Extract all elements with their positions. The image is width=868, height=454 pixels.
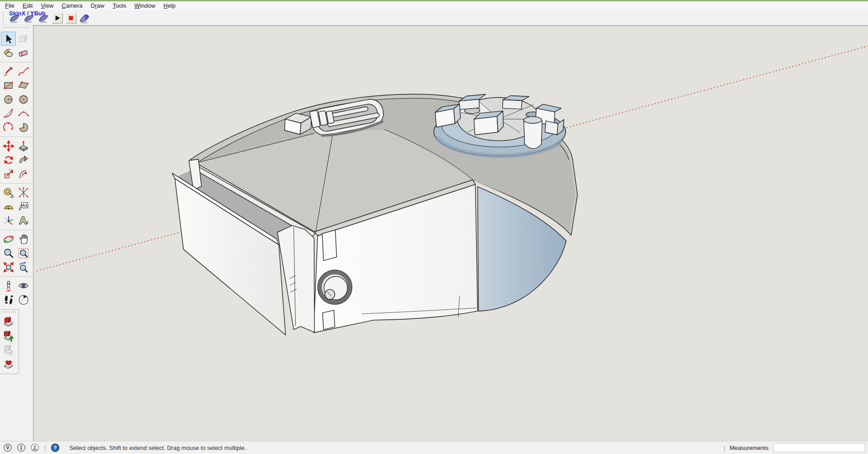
sketchup-window: FileEditViewCameraDrawToolsWindowHelp Sk…	[0, 0, 868, 454]
tool-look-around[interactable]	[16, 279, 31, 293]
measurements-label: Measurements	[730, 445, 769, 451]
tool-follow-me[interactable]	[16, 153, 31, 167]
tool-two-point-arc[interactable]	[16, 106, 31, 120]
tool-tape-measure[interactable]	[1, 185, 16, 199]
model-scene	[33, 26, 868, 441]
skinx-help-button[interactable]: ?	[78, 11, 92, 24]
tool-axes[interactable]	[1, 213, 16, 227]
select-icon	[3, 33, 14, 45]
menu-file[interactable]: File	[1, 2, 19, 9]
tool-make-component[interactable]	[16, 32, 31, 46]
stack-up-icon	[3, 331, 14, 343]
left-toolbar-column: A1	[0, 25, 33, 441]
measurements-divider: |	[724, 445, 725, 451]
component-stack-up-button[interactable]	[1, 330, 16, 344]
menu-tools[interactable]: Tools	[108, 2, 130, 9]
tool-group-4	[0, 230, 33, 275]
tool-circle[interactable]	[1, 92, 16, 106]
tool-pan[interactable]	[16, 232, 31, 246]
account-icon[interactable]	[30, 443, 40, 453]
menu-draw[interactable]: Draw	[87, 2, 108, 9]
tool-push-pull[interactable]	[16, 139, 31, 153]
menu-view[interactable]: View	[37, 2, 57, 9]
tool-paint-bucket[interactable]	[1, 46, 16, 60]
tool-group-1	[0, 62, 33, 135]
credits-icon[interactable]	[16, 443, 26, 453]
tool-move[interactable]	[1, 139, 16, 153]
tool-rotated-rectangle[interactable]	[16, 78, 31, 92]
viewport-3d[interactable]	[33, 25, 868, 441]
follow-me-icon	[18, 154, 29, 166]
three-point-arc-icon	[3, 122, 14, 133]
plugin-panel-drag-handle[interactable]	[3, 312, 16, 315]
rotate-icon	[3, 154, 14, 166]
move-icon	[3, 140, 14, 152]
menu-window[interactable]: Window	[130, 2, 159, 9]
large-tool-set: A1	[0, 25, 33, 307]
tool-section-plane[interactable]	[16, 293, 31, 307]
tool-freehand[interactable]	[16, 64, 31, 78]
freehand-icon	[18, 66, 29, 77]
tool-offset[interactable]	[16, 167, 31, 181]
tool-zoom-extents[interactable]	[1, 260, 16, 274]
tool-rectangle[interactable]	[1, 78, 16, 92]
menu-camera[interactable]: Camera	[57, 2, 86, 9]
tool-line[interactable]	[1, 64, 16, 78]
zoom-extents-icon	[3, 261, 14, 273]
skinx-play-button[interactable]	[52, 13, 63, 24]
tool-group-2	[0, 137, 33, 182]
shell-icon	[8, 12, 21, 24]
axes-icon	[3, 215, 14, 227]
pie-icon	[18, 122, 29, 133]
tool-protractor[interactable]	[1, 199, 16, 213]
paint-bucket-icon	[3, 47, 14, 59]
tool-group-0	[0, 31, 33, 61]
svg-text:?: ?	[54, 445, 57, 450]
stop-icon	[66, 14, 75, 23]
tool-arc[interactable]	[1, 106, 16, 120]
tool-rotate[interactable]	[1, 153, 16, 167]
tool-three-d-text[interactable]	[16, 213, 31, 227]
line-icon	[3, 66, 14, 77]
measurements-area: | Measurements	[724, 443, 868, 452]
menu-help[interactable]: Help	[160, 2, 180, 9]
toolset-drag-handle[interactable]	[3, 27, 30, 30]
help-icon[interactable]: ?	[50, 443, 60, 453]
tool-zoom[interactable]	[1, 246, 16, 260]
geolocate-icon[interactable]	[3, 443, 13, 453]
section-plane-icon	[18, 294, 29, 306]
eraser-icon	[18, 47, 29, 59]
component-stack-del-button[interactable]	[1, 358, 16, 372]
push-pull-icon	[18, 140, 29, 152]
toolbar-drag-handle[interactable]	[3, 12, 5, 24]
skinx-shell-2-button[interactable]	[22, 11, 36, 24]
tool-three-point-arc[interactable]	[1, 120, 16, 134]
tool-polygon[interactable]	[16, 92, 31, 106]
protractor-icon	[3, 201, 14, 213]
arc-icon	[3, 108, 14, 119]
tool-zoom-previous[interactable]	[16, 260, 31, 274]
skinx-shell-1-button[interactable]	[8, 11, 21, 24]
tool-position-camera[interactable]	[1, 279, 16, 293]
skinx-shell-3-button[interactable]	[37, 11, 50, 24]
tool-dimensions[interactable]	[16, 185, 31, 199]
menu-edit[interactable]: Edit	[19, 2, 37, 9]
walk-icon	[3, 294, 14, 306]
tool-text[interactable]: A1	[16, 199, 31, 213]
component-stack-red-button[interactable]	[1, 316, 16, 330]
tool-select[interactable]	[1, 32, 16, 46]
orbit-icon	[3, 233, 14, 245]
tool-pie[interactable]	[16, 120, 31, 134]
tool-group-5	[0, 276, 33, 307]
measurements-input[interactable]	[773, 443, 865, 452]
tool-orbit[interactable]	[1, 232, 16, 246]
component-stack-gray-button[interactable]	[1, 344, 16, 358]
tool-zoom-window[interactable]	[16, 246, 31, 260]
skinx-stop-button[interactable]	[66, 13, 76, 24]
tool-eraser[interactable]	[16, 46, 31, 60]
knob	[318, 270, 352, 304]
tool-walk[interactable]	[1, 293, 16, 307]
zoom-window-icon	[18, 247, 29, 259]
tool-scale[interactable]	[1, 167, 16, 181]
rotated-rectangle-icon	[18, 80, 29, 91]
